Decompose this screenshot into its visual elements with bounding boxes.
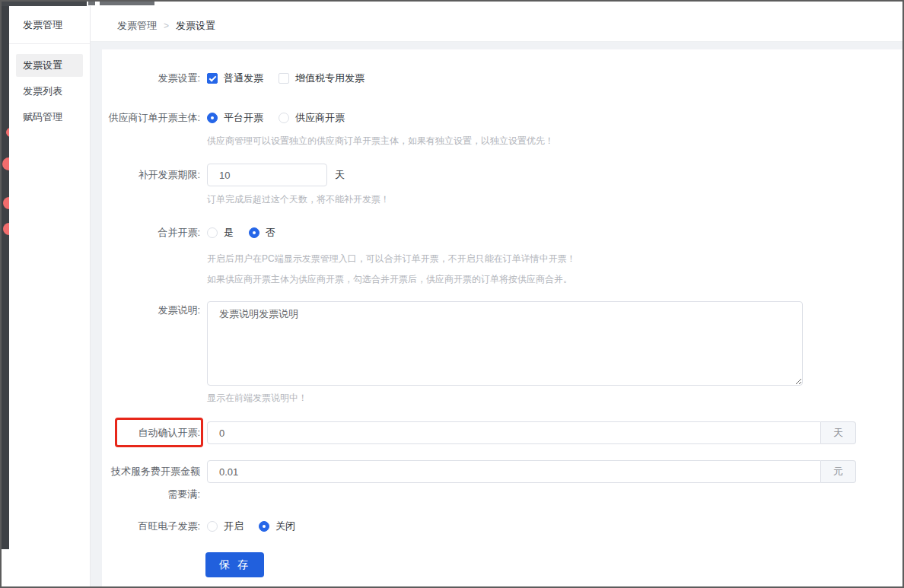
checkbox-label-ordinary-invoice[interactable]: 普通发票 [224, 72, 263, 85]
tech-fee-unit: 元 [821, 460, 856, 483]
form-row-tech-fee: 技术服务费开票金额需要满: 元 [102, 460, 856, 483]
checkbox-ordinary-invoice[interactable] [207, 73, 218, 84]
invoice-desc-textarea[interactable]: 发票说明发票说明 [207, 301, 803, 386]
auto-confirm-unit: 天 [821, 421, 856, 444]
form-row-baiwang: 百旺电子发票: 开启 关闭 [102, 520, 295, 532]
breadcrumb: 发票管理>发票设置 [91, 6, 902, 33]
baiwang-label: 百旺电子发票: [102, 520, 200, 533]
breadcrumb-invoice-settings: 发票设置 [176, 20, 215, 31]
tech-fee-label: 技术服务费开票金额需要满: [102, 460, 200, 506]
supplier-subject-help: 供应商管理可以设置独立的供应商订单开票主体，如果有独立设置，以独立设置优先！ [207, 135, 554, 148]
reissue-period-unit: 天 [335, 168, 345, 182]
form-row-auto-confirm: 自动确认开票: 天 [102, 421, 856, 444]
form-row-supplier-subject: 供应商订单开票主体: 平台开票 供应商开票 [102, 112, 345, 124]
merge-invoice-help1: 开启后用户在PC端显示发票管理入口，可以合并订单开票，不开启只能在订单详情中开票… [207, 253, 576, 265]
reissue-period-help: 订单完成后超过这个天数，将不能补开发票！ [207, 193, 390, 206]
radio-merge-no[interactable] [249, 227, 259, 238]
radio-label-supplier-invoicing[interactable]: 供应商开票 [295, 111, 345, 125]
reissue-period-label: 补开发票期限: [102, 168, 200, 182]
notification-badge [3, 197, 9, 209]
radio-label-merge-no[interactable]: 否 [266, 226, 275, 240]
breadcrumb-invoice-management[interactable]: 发票管理 [117, 20, 157, 31]
notification-badge [2, 157, 9, 170]
sidebar: 发票管理 发票设置 发票列表 赋码管理 [9, 6, 91, 586]
sidebar-title: 发票管理 [9, 6, 90, 32]
form-row-reissue-period: 补开发票期限: 天 [102, 164, 345, 186]
breadcrumb-bar: 发票管理>发票设置 [91, 6, 902, 42]
sidebar-item-code-management[interactable]: 赋码管理 [16, 106, 83, 129]
app-window: 发票管理 发票设置 发票列表 赋码管理 发票管理>发票设置 发票设置: 普通发票… [0, 0, 904, 588]
breadcrumb-separator-icon: > [164, 21, 169, 31]
merge-invoice-help2: 如果供应商开票主体为供应商开票，勾选合并开票后，供应商开票的订单将按供应商合并。 [207, 273, 572, 286]
invoice-desc-help: 显示在前端发票说明中！ [207, 392, 307, 405]
sidebar-item-invoice-list[interactable]: 发票列表 [16, 80, 83, 103]
tech-fee-input[interactable] [207, 460, 821, 483]
auto-confirm-label: 自动确认开票: [102, 421, 200, 444]
checkbox-vat-special-invoice[interactable] [279, 73, 289, 84]
notification-badge [3, 223, 9, 235]
auto-confirm-input[interactable] [207, 421, 821, 444]
radio-platform-invoicing[interactable] [207, 113, 218, 123]
collapsed-menu-strip [2, 6, 9, 549]
radio-baiwang-on[interactable] [207, 521, 218, 532]
supplier-subject-label: 供应商订单开票主体: [102, 111, 200, 125]
form-row-merge-invoice: 合并开票: 是 否 [102, 227, 275, 239]
reissue-period-input[interactable] [207, 164, 327, 186]
radio-merge-yes[interactable] [207, 227, 218, 238]
radio-label-baiwang-off[interactable]: 关闭 [275, 520, 295, 533]
cropped-text-fragment [88, 2, 95, 5]
radio-label-platform-invoicing[interactable]: 平台开票 [224, 111, 263, 125]
invoice-desc-label: 发票说明: [102, 304, 200, 317]
radio-supplier-invoicing[interactable] [279, 113, 289, 123]
sidebar-item-invoice-settings[interactable]: 发票设置 [16, 54, 83, 77]
save-button[interactable]: 保 存 [205, 552, 264, 577]
settings-card: 发票设置: 普通发票 增值税专用发票 供应商订单开票主体: 平台开票 供应商开票 [102, 49, 902, 586]
merge-invoice-label: 合并开票: [102, 226, 200, 240]
cropped-text-fragment [100, 2, 154, 5]
form-row-invoice-setting: 发票设置: 普通发票 增值税专用发票 [102, 72, 364, 84]
content-background: 发票设置: 普通发票 增值税专用发票 供应商订单开票主体: 平台开票 供应商开票 [91, 42, 902, 586]
radio-baiwang-off[interactable] [259, 521, 269, 532]
checkbox-label-vat-special-invoice[interactable]: 增值税专用发票 [295, 72, 364, 85]
radio-label-baiwang-on[interactable]: 开启 [224, 520, 244, 533]
invoice-setting-label: 发票设置: [102, 72, 200, 85]
radio-label-merge-yes[interactable]: 是 [224, 226, 234, 240]
